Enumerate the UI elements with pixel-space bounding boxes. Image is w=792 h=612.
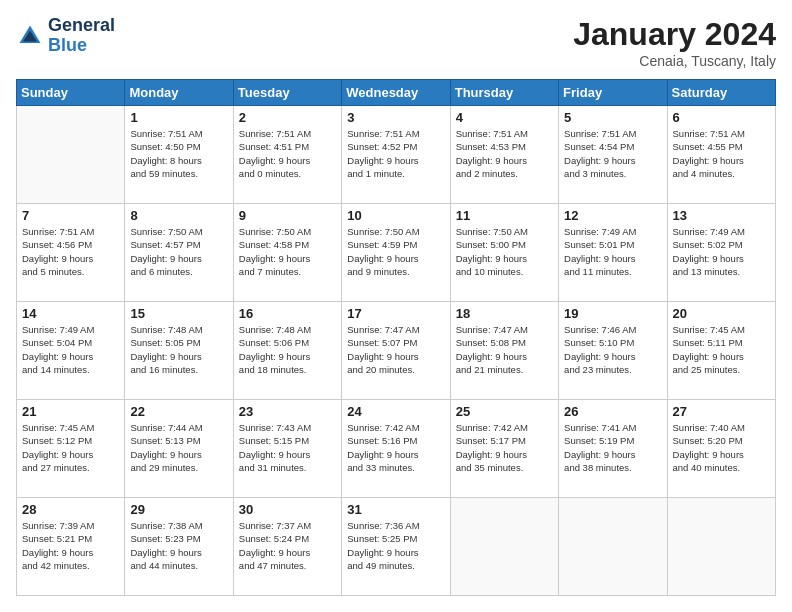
calendar-cell: 28Sunrise: 7:39 AMSunset: 5:21 PMDayligh… bbox=[17, 498, 125, 596]
calendar-cell bbox=[17, 106, 125, 204]
logo-icon bbox=[16, 22, 44, 50]
day-number: 29 bbox=[130, 502, 227, 517]
calendar-cell: 31Sunrise: 7:36 AMSunset: 5:25 PMDayligh… bbox=[342, 498, 450, 596]
calendar-cell: 12Sunrise: 7:49 AMSunset: 5:01 PMDayligh… bbox=[559, 204, 667, 302]
calendar-cell: 8Sunrise: 7:50 AMSunset: 4:57 PMDaylight… bbox=[125, 204, 233, 302]
day-info: Sunrise: 7:41 AMSunset: 5:19 PMDaylight:… bbox=[564, 421, 661, 474]
calendar-dow-saturday: Saturday bbox=[667, 80, 775, 106]
header: General Blue January 2024 Cenaia, Tuscan… bbox=[16, 16, 776, 69]
day-number: 28 bbox=[22, 502, 119, 517]
day-number: 9 bbox=[239, 208, 336, 223]
calendar-cell: 15Sunrise: 7:48 AMSunset: 5:05 PMDayligh… bbox=[125, 302, 233, 400]
calendar-week-5: 28Sunrise: 7:39 AMSunset: 5:21 PMDayligh… bbox=[17, 498, 776, 596]
title-area: January 2024 Cenaia, Tuscany, Italy bbox=[573, 16, 776, 69]
calendar-cell bbox=[450, 498, 558, 596]
calendar-cell: 10Sunrise: 7:50 AMSunset: 4:59 PMDayligh… bbox=[342, 204, 450, 302]
subtitle: Cenaia, Tuscany, Italy bbox=[573, 53, 776, 69]
logo: General Blue bbox=[16, 16, 115, 56]
logo-text: General Blue bbox=[48, 16, 115, 56]
calendar-header-row: SundayMondayTuesdayWednesdayThursdayFrid… bbox=[17, 80, 776, 106]
day-number: 20 bbox=[673, 306, 770, 321]
calendar-cell: 14Sunrise: 7:49 AMSunset: 5:04 PMDayligh… bbox=[17, 302, 125, 400]
calendar-cell: 27Sunrise: 7:40 AMSunset: 5:20 PMDayligh… bbox=[667, 400, 775, 498]
day-info: Sunrise: 7:49 AMSunset: 5:02 PMDaylight:… bbox=[673, 225, 770, 278]
calendar-cell: 21Sunrise: 7:45 AMSunset: 5:12 PMDayligh… bbox=[17, 400, 125, 498]
day-number: 4 bbox=[456, 110, 553, 125]
calendar-dow-tuesday: Tuesday bbox=[233, 80, 341, 106]
calendar-cell: 7Sunrise: 7:51 AMSunset: 4:56 PMDaylight… bbox=[17, 204, 125, 302]
day-info: Sunrise: 7:45 AMSunset: 5:12 PMDaylight:… bbox=[22, 421, 119, 474]
day-number: 22 bbox=[130, 404, 227, 419]
calendar-cell: 3Sunrise: 7:51 AMSunset: 4:52 PMDaylight… bbox=[342, 106, 450, 204]
calendar-dow-sunday: Sunday bbox=[17, 80, 125, 106]
day-info: Sunrise: 7:44 AMSunset: 5:13 PMDaylight:… bbox=[130, 421, 227, 474]
day-number: 8 bbox=[130, 208, 227, 223]
day-info: Sunrise: 7:51 AMSunset: 4:53 PMDaylight:… bbox=[456, 127, 553, 180]
day-number: 2 bbox=[239, 110, 336, 125]
day-info: Sunrise: 7:47 AMSunset: 5:08 PMDaylight:… bbox=[456, 323, 553, 376]
day-number: 3 bbox=[347, 110, 444, 125]
calendar-week-4: 21Sunrise: 7:45 AMSunset: 5:12 PMDayligh… bbox=[17, 400, 776, 498]
calendar-cell: 17Sunrise: 7:47 AMSunset: 5:07 PMDayligh… bbox=[342, 302, 450, 400]
calendar-cell: 25Sunrise: 7:42 AMSunset: 5:17 PMDayligh… bbox=[450, 400, 558, 498]
day-number: 6 bbox=[673, 110, 770, 125]
calendar-cell: 24Sunrise: 7:42 AMSunset: 5:16 PMDayligh… bbox=[342, 400, 450, 498]
calendar-cell: 30Sunrise: 7:37 AMSunset: 5:24 PMDayligh… bbox=[233, 498, 341, 596]
calendar-cell: 23Sunrise: 7:43 AMSunset: 5:15 PMDayligh… bbox=[233, 400, 341, 498]
day-number: 7 bbox=[22, 208, 119, 223]
day-info: Sunrise: 7:49 AMSunset: 5:01 PMDaylight:… bbox=[564, 225, 661, 278]
day-number: 14 bbox=[22, 306, 119, 321]
calendar-dow-friday: Friday bbox=[559, 80, 667, 106]
calendar-cell: 18Sunrise: 7:47 AMSunset: 5:08 PMDayligh… bbox=[450, 302, 558, 400]
day-info: Sunrise: 7:49 AMSunset: 5:04 PMDaylight:… bbox=[22, 323, 119, 376]
day-number: 24 bbox=[347, 404, 444, 419]
day-info: Sunrise: 7:50 AMSunset: 4:58 PMDaylight:… bbox=[239, 225, 336, 278]
day-info: Sunrise: 7:42 AMSunset: 5:17 PMDaylight:… bbox=[456, 421, 553, 474]
day-number: 1 bbox=[130, 110, 227, 125]
calendar-week-3: 14Sunrise: 7:49 AMSunset: 5:04 PMDayligh… bbox=[17, 302, 776, 400]
day-info: Sunrise: 7:36 AMSunset: 5:25 PMDaylight:… bbox=[347, 519, 444, 572]
calendar-cell: 1Sunrise: 7:51 AMSunset: 4:50 PMDaylight… bbox=[125, 106, 233, 204]
day-info: Sunrise: 7:40 AMSunset: 5:20 PMDaylight:… bbox=[673, 421, 770, 474]
calendar-cell: 4Sunrise: 7:51 AMSunset: 4:53 PMDaylight… bbox=[450, 106, 558, 204]
day-number: 30 bbox=[239, 502, 336, 517]
day-number: 27 bbox=[673, 404, 770, 419]
day-info: Sunrise: 7:38 AMSunset: 5:23 PMDaylight:… bbox=[130, 519, 227, 572]
day-info: Sunrise: 7:47 AMSunset: 5:07 PMDaylight:… bbox=[347, 323, 444, 376]
calendar-cell bbox=[559, 498, 667, 596]
page: General Blue January 2024 Cenaia, Tuscan… bbox=[0, 0, 792, 612]
calendar-cell: 11Sunrise: 7:50 AMSunset: 5:00 PMDayligh… bbox=[450, 204, 558, 302]
day-info: Sunrise: 7:46 AMSunset: 5:10 PMDaylight:… bbox=[564, 323, 661, 376]
day-number: 10 bbox=[347, 208, 444, 223]
calendar-cell: 20Sunrise: 7:45 AMSunset: 5:11 PMDayligh… bbox=[667, 302, 775, 400]
day-number: 12 bbox=[564, 208, 661, 223]
calendar-cell: 2Sunrise: 7:51 AMSunset: 4:51 PMDaylight… bbox=[233, 106, 341, 204]
day-info: Sunrise: 7:51 AMSunset: 4:51 PMDaylight:… bbox=[239, 127, 336, 180]
day-info: Sunrise: 7:39 AMSunset: 5:21 PMDaylight:… bbox=[22, 519, 119, 572]
day-number: 25 bbox=[456, 404, 553, 419]
main-title: January 2024 bbox=[573, 16, 776, 53]
day-number: 21 bbox=[22, 404, 119, 419]
calendar-cell: 29Sunrise: 7:38 AMSunset: 5:23 PMDayligh… bbox=[125, 498, 233, 596]
day-info: Sunrise: 7:48 AMSunset: 5:05 PMDaylight:… bbox=[130, 323, 227, 376]
calendar-week-2: 7Sunrise: 7:51 AMSunset: 4:56 PMDaylight… bbox=[17, 204, 776, 302]
calendar-cell: 26Sunrise: 7:41 AMSunset: 5:19 PMDayligh… bbox=[559, 400, 667, 498]
day-number: 19 bbox=[564, 306, 661, 321]
day-info: Sunrise: 7:50 AMSunset: 4:59 PMDaylight:… bbox=[347, 225, 444, 278]
day-number: 15 bbox=[130, 306, 227, 321]
day-number: 26 bbox=[564, 404, 661, 419]
day-info: Sunrise: 7:42 AMSunset: 5:16 PMDaylight:… bbox=[347, 421, 444, 474]
calendar-cell: 19Sunrise: 7:46 AMSunset: 5:10 PMDayligh… bbox=[559, 302, 667, 400]
day-info: Sunrise: 7:43 AMSunset: 5:15 PMDaylight:… bbox=[239, 421, 336, 474]
day-number: 5 bbox=[564, 110, 661, 125]
calendar-dow-monday: Monday bbox=[125, 80, 233, 106]
calendar-cell bbox=[667, 498, 775, 596]
calendar-cell: 16Sunrise: 7:48 AMSunset: 5:06 PMDayligh… bbox=[233, 302, 341, 400]
day-number: 18 bbox=[456, 306, 553, 321]
day-info: Sunrise: 7:51 AMSunset: 4:55 PMDaylight:… bbox=[673, 127, 770, 180]
day-info: Sunrise: 7:51 AMSunset: 4:50 PMDaylight:… bbox=[130, 127, 227, 180]
calendar-week-1: 1Sunrise: 7:51 AMSunset: 4:50 PMDaylight… bbox=[17, 106, 776, 204]
day-info: Sunrise: 7:50 AMSunset: 4:57 PMDaylight:… bbox=[130, 225, 227, 278]
day-info: Sunrise: 7:45 AMSunset: 5:11 PMDaylight:… bbox=[673, 323, 770, 376]
calendar-cell: 9Sunrise: 7:50 AMSunset: 4:58 PMDaylight… bbox=[233, 204, 341, 302]
